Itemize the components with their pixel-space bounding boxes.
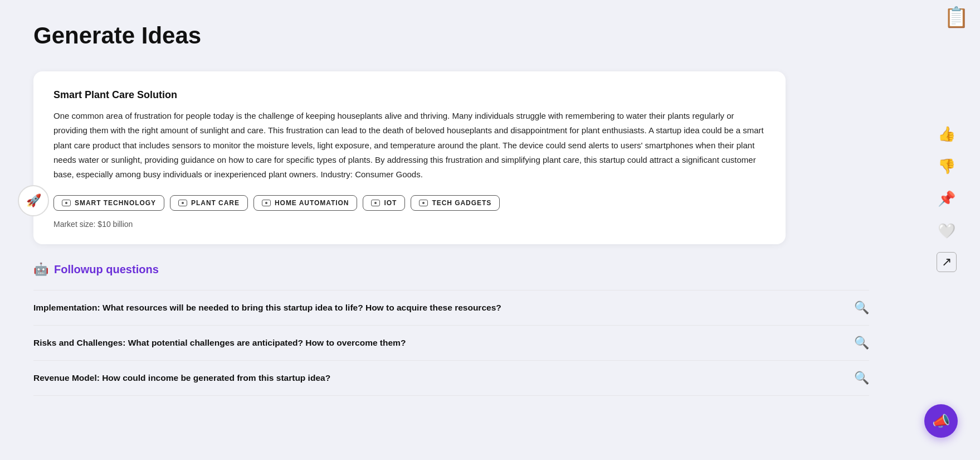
- thumbs-down-button[interactable]: 👎: [935, 155, 958, 177]
- tag-icon: [419, 200, 428, 206]
- tag-icon: [371, 200, 380, 206]
- followup-title: Followup questions: [54, 263, 159, 276]
- followup-search-button-1[interactable]: 🔍: [854, 336, 869, 350]
- tag-icon: [262, 200, 271, 206]
- idea-card: Smart Plant Care Solution One common are…: [33, 71, 786, 244]
- followup-item-2[interactable]: Revenue Model: How could income be gener…: [33, 361, 869, 396]
- heart-button[interactable]: 🤍: [935, 220, 958, 242]
- tag-plant-care[interactable]: PLANT CARE: [170, 195, 248, 211]
- followup-robot-icon: 🤖: [33, 262, 48, 277]
- followup-question-text: Risks and Challenges: What potential cha…: [33, 338, 843, 348]
- tag-label: PLANT CARE: [191, 199, 240, 207]
- right-action-bar: 👍 👎 📌 🤍 ↗: [935, 123, 958, 272]
- page-title: Generate Ideas: [33, 22, 947, 49]
- tag-icon: [178, 200, 187, 206]
- followup-search-button-0[interactable]: 🔍: [854, 301, 869, 315]
- tag-icon: [62, 200, 71, 206]
- tag-tech-gadgets[interactable]: TECH GADGETS: [411, 195, 500, 211]
- followup-section: 🤖 Followup questions Implementation: Wha…: [33, 262, 869, 396]
- chat-button[interactable]: 📣: [924, 404, 958, 438]
- followup-item-0[interactable]: Implementation: What resources will be n…: [33, 290, 869, 326]
- tag-smart-technology[interactable]: SMART TECHNOLOGY: [53, 195, 164, 211]
- followup-items-list: Implementation: What resources will be n…: [33, 290, 869, 396]
- external-link-button[interactable]: ↗: [937, 252, 957, 272]
- rocket-button[interactable]: 🚀: [18, 185, 49, 216]
- followup-header: 🤖 Followup questions: [33, 262, 869, 277]
- tag-iot[interactable]: IOT: [363, 195, 405, 211]
- idea-card-title: Smart Plant Care Solution: [53, 89, 766, 101]
- tags-row: SMART TECHNOLOGYPLANT CAREHOME AUTOMATIO…: [53, 195, 766, 211]
- tag-label: SMART TECHNOLOGY: [75, 199, 156, 207]
- idea-card-body: One common area of frustration for peopl…: [53, 109, 766, 182]
- thumbs-up-button[interactable]: 👍: [935, 123, 958, 145]
- followup-search-button-2[interactable]: 🔍: [854, 371, 869, 385]
- tag-label: IOT: [384, 199, 397, 207]
- top-right-icon: 📋: [944, 6, 969, 29]
- tag-label: TECH GADGETS: [432, 199, 491, 207]
- followup-question-text: Revenue Model: How could income be gener…: [33, 373, 843, 383]
- market-size: Market size: $10 billion: [53, 220, 766, 229]
- pin-button[interactable]: 📌: [935, 187, 958, 210]
- tag-label: HOME AUTOMATION: [275, 199, 349, 207]
- tag-home-automation[interactable]: HOME AUTOMATION: [253, 195, 358, 211]
- followup-question-text: Implementation: What resources will be n…: [33, 303, 843, 313]
- followup-item-1[interactable]: Risks and Challenges: What potential cha…: [33, 326, 869, 361]
